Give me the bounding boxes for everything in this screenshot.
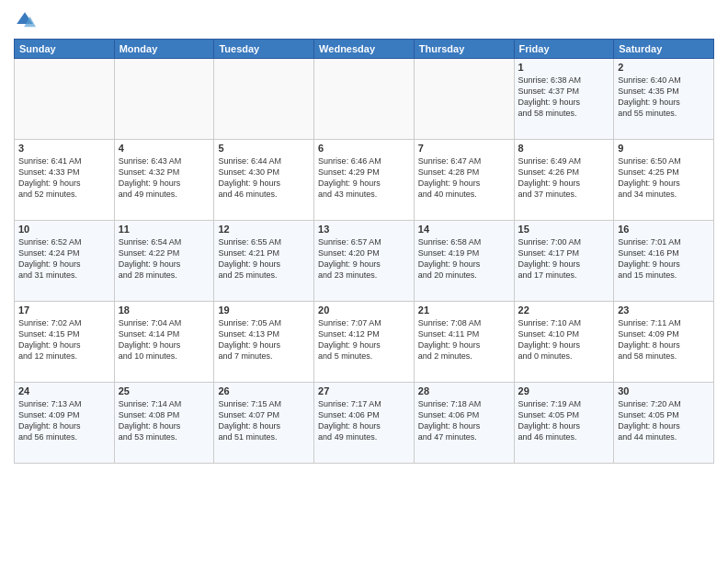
weekday-header-saturday: Saturday bbox=[614, 40, 714, 59]
day-info: Sunrise: 7:20 AM Sunset: 4:05 PM Dayligh… bbox=[618, 398, 710, 443]
day-info: Sunrise: 6:38 AM Sunset: 4:37 PM Dayligh… bbox=[518, 75, 610, 120]
calendar-cell: 3Sunrise: 6:41 AM Sunset: 4:33 PM Daylig… bbox=[15, 140, 115, 221]
day-info: Sunrise: 7:01 AM Sunset: 4:16 PM Dayligh… bbox=[618, 236, 710, 282]
day-number: 12 bbox=[218, 224, 310, 235]
weekday-header-tuesday: Tuesday bbox=[214, 40, 314, 59]
calendar-cell: 5Sunrise: 6:44 AM Sunset: 4:30 PM Daylig… bbox=[214, 140, 314, 221]
day-info: Sunrise: 6:46 AM Sunset: 4:29 PM Dayligh… bbox=[318, 155, 410, 201]
day-number: 21 bbox=[418, 304, 510, 316]
day-number: 4 bbox=[119, 143, 210, 154]
weekday-header-thursday: Thursday bbox=[414, 40, 514, 59]
calendar-cell: 27Sunrise: 7:17 AM Sunset: 4:06 PM Dayli… bbox=[314, 383, 415, 464]
day-info: Sunrise: 6:47 AM Sunset: 4:28 PM Dayligh… bbox=[418, 155, 510, 201]
calendar-cell: 17Sunrise: 7:02 AM Sunset: 4:15 PM Dayli… bbox=[15, 302, 115, 383]
weekday-header-friday: Friday bbox=[514, 40, 614, 59]
day-number: 14 bbox=[418, 224, 510, 235]
calendar-cell: 24Sunrise: 7:13 AM Sunset: 4:09 PM Dayli… bbox=[15, 383, 115, 464]
day-number: 30 bbox=[618, 385, 710, 396]
calendar-cell: 28Sunrise: 7:18 AM Sunset: 4:06 PM Dayli… bbox=[414, 383, 514, 464]
calendar-body: 1Sunrise: 6:38 AM Sunset: 4:37 PM Daylig… bbox=[15, 59, 714, 464]
day-number: 25 bbox=[119, 385, 210, 396]
day-number: 1 bbox=[518, 62, 610, 73]
day-info: Sunrise: 7:13 AM Sunset: 4:09 PM Dayligh… bbox=[18, 398, 110, 443]
calendar-table: SundayMondayTuesdayWednesdayThursdayFrid… bbox=[14, 39, 714, 464]
day-info: Sunrise: 7:02 AM Sunset: 4:15 PM Dayligh… bbox=[18, 317, 110, 362]
calendar-cell: 1Sunrise: 6:38 AM Sunset: 4:37 PM Daylig… bbox=[514, 59, 614, 140]
calendar-cell: 13Sunrise: 6:57 AM Sunset: 4:20 PM Dayli… bbox=[314, 221, 415, 302]
calendar-week-4: 17Sunrise: 7:02 AM Sunset: 4:15 PM Dayli… bbox=[15, 302, 714, 383]
calendar-cell: 11Sunrise: 6:54 AM Sunset: 4:22 PM Dayli… bbox=[114, 221, 214, 302]
calendar-cell: 19Sunrise: 7:05 AM Sunset: 4:13 PM Dayli… bbox=[214, 302, 314, 383]
day-info: Sunrise: 7:18 AM Sunset: 4:06 PM Dayligh… bbox=[418, 398, 510, 443]
calendar-week-5: 24Sunrise: 7:13 AM Sunset: 4:09 PM Dayli… bbox=[15, 383, 714, 464]
day-number: 18 bbox=[119, 304, 210, 316]
day-info: Sunrise: 6:43 AM Sunset: 4:32 PM Dayligh… bbox=[119, 155, 210, 201]
weekday-header-row: SundayMondayTuesdayWednesdayThursdayFrid… bbox=[15, 40, 714, 59]
day-number: 22 bbox=[518, 304, 610, 316]
calendar-cell: 10Sunrise: 6:52 AM Sunset: 4:24 PM Dayli… bbox=[15, 221, 115, 302]
weekday-header-monday: Monday bbox=[114, 40, 214, 59]
day-number: 27 bbox=[318, 385, 410, 396]
calendar-cell: 2Sunrise: 6:40 AM Sunset: 4:35 PM Daylig… bbox=[614, 59, 714, 140]
calendar-cell: 22Sunrise: 7:10 AM Sunset: 4:10 PM Dayli… bbox=[514, 302, 614, 383]
day-info: Sunrise: 6:54 AM Sunset: 4:22 PM Dayligh… bbox=[119, 236, 210, 282]
day-info: Sunrise: 6:50 AM Sunset: 4:25 PM Dayligh… bbox=[618, 155, 710, 201]
day-number: 5 bbox=[218, 143, 310, 154]
calendar-cell: 23Sunrise: 7:11 AM Sunset: 4:09 PM Dayli… bbox=[614, 302, 714, 383]
calendar-cell: 9Sunrise: 6:50 AM Sunset: 4:25 PM Daylig… bbox=[614, 140, 714, 221]
calendar-cell bbox=[15, 59, 115, 140]
day-info: Sunrise: 6:40 AM Sunset: 4:35 PM Dayligh… bbox=[618, 75, 710, 120]
calendar-cell: 29Sunrise: 7:19 AM Sunset: 4:05 PM Dayli… bbox=[514, 383, 614, 464]
day-info: Sunrise: 6:55 AM Sunset: 4:21 PM Dayligh… bbox=[218, 236, 310, 282]
day-info: Sunrise: 7:15 AM Sunset: 4:07 PM Dayligh… bbox=[218, 398, 310, 443]
calendar-cell bbox=[414, 59, 514, 140]
page: SundayMondayTuesdayWednesdayThursdayFrid… bbox=[0, 0, 728, 563]
calendar-cell bbox=[314, 59, 415, 140]
logo-icon bbox=[14, 9, 36, 31]
day-number: 16 bbox=[618, 224, 710, 235]
calendar-cell: 21Sunrise: 7:08 AM Sunset: 4:11 PM Dayli… bbox=[414, 302, 514, 383]
day-info: Sunrise: 7:10 AM Sunset: 4:10 PM Dayligh… bbox=[518, 317, 610, 362]
calendar-header: SundayMondayTuesdayWednesdayThursdayFrid… bbox=[15, 40, 714, 59]
day-number: 17 bbox=[18, 304, 110, 316]
calendar-cell bbox=[214, 59, 314, 140]
day-info: Sunrise: 6:44 AM Sunset: 4:30 PM Dayligh… bbox=[218, 155, 310, 201]
day-number: 28 bbox=[418, 385, 510, 396]
calendar-cell: 12Sunrise: 6:55 AM Sunset: 4:21 PM Dayli… bbox=[214, 221, 314, 302]
day-number: 24 bbox=[18, 385, 110, 396]
calendar-cell: 14Sunrise: 6:58 AM Sunset: 4:19 PM Dayli… bbox=[414, 221, 514, 302]
calendar-cell: 4Sunrise: 6:43 AM Sunset: 4:32 PM Daylig… bbox=[114, 140, 214, 221]
calendar-cell: 7Sunrise: 6:47 AM Sunset: 4:28 PM Daylig… bbox=[414, 140, 514, 221]
day-info: Sunrise: 6:58 AM Sunset: 4:19 PM Dayligh… bbox=[418, 236, 510, 282]
day-number: 3 bbox=[18, 143, 110, 154]
calendar-week-2: 3Sunrise: 6:41 AM Sunset: 4:33 PM Daylig… bbox=[15, 140, 714, 221]
logo bbox=[14, 9, 40, 31]
day-number: 19 bbox=[218, 304, 310, 316]
header bbox=[14, 9, 714, 31]
calendar-cell: 30Sunrise: 7:20 AM Sunset: 4:05 PM Dayli… bbox=[614, 383, 714, 464]
day-info: Sunrise: 7:08 AM Sunset: 4:11 PM Dayligh… bbox=[418, 317, 510, 362]
calendar-cell: 26Sunrise: 7:15 AM Sunset: 4:07 PM Dayli… bbox=[214, 383, 314, 464]
day-info: Sunrise: 7:07 AM Sunset: 4:12 PM Dayligh… bbox=[318, 317, 410, 362]
day-number: 8 bbox=[518, 143, 610, 154]
day-number: 20 bbox=[318, 304, 410, 316]
day-info: Sunrise: 6:57 AM Sunset: 4:20 PM Dayligh… bbox=[318, 236, 410, 282]
day-number: 7 bbox=[418, 143, 510, 154]
calendar-cell: 18Sunrise: 7:04 AM Sunset: 4:14 PM Dayli… bbox=[114, 302, 214, 383]
day-number: 29 bbox=[518, 385, 610, 396]
weekday-header-sunday: Sunday bbox=[15, 40, 115, 59]
calendar-cell: 25Sunrise: 7:14 AM Sunset: 4:08 PM Dayli… bbox=[114, 383, 214, 464]
day-info: Sunrise: 7:04 AM Sunset: 4:14 PM Dayligh… bbox=[119, 317, 210, 362]
day-number: 13 bbox=[318, 224, 410, 235]
calendar-cell: 8Sunrise: 6:49 AM Sunset: 4:26 PM Daylig… bbox=[514, 140, 614, 221]
day-info: Sunrise: 7:14 AM Sunset: 4:08 PM Dayligh… bbox=[119, 398, 210, 443]
weekday-header-wednesday: Wednesday bbox=[314, 40, 415, 59]
day-number: 11 bbox=[119, 224, 210, 235]
calendar-cell: 6Sunrise: 6:46 AM Sunset: 4:29 PM Daylig… bbox=[314, 140, 415, 221]
calendar-cell bbox=[114, 59, 214, 140]
calendar-week-1: 1Sunrise: 6:38 AM Sunset: 4:37 PM Daylig… bbox=[15, 59, 714, 140]
day-info: Sunrise: 7:05 AM Sunset: 4:13 PM Dayligh… bbox=[218, 317, 310, 362]
day-info: Sunrise: 7:17 AM Sunset: 4:06 PM Dayligh… bbox=[318, 398, 410, 443]
day-number: 23 bbox=[618, 304, 710, 316]
day-number: 10 bbox=[18, 224, 110, 235]
